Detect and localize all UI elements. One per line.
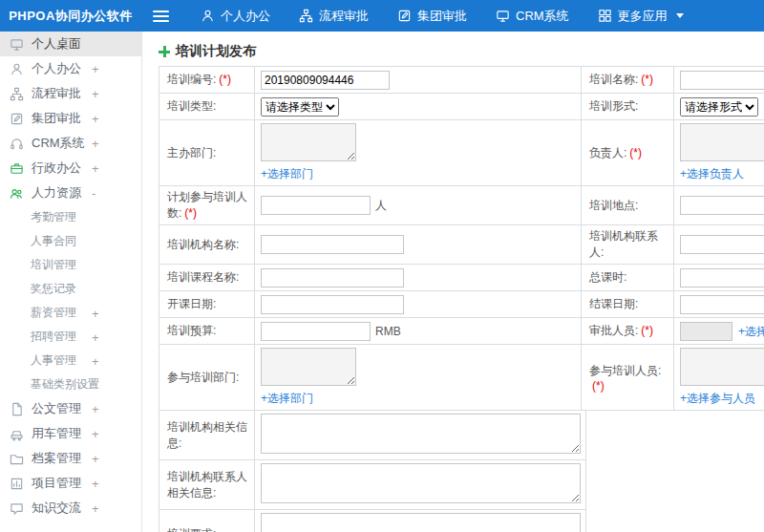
select-leader-link[interactable]: +选择负责人 xyxy=(680,166,744,182)
host-dept-textarea[interactable] xyxy=(261,123,356,161)
sidebar-item-project[interactable]: 项目管理 + xyxy=(0,471,141,496)
sidebar-item-documents[interactable]: 公文管理 + xyxy=(0,396,141,421)
sidebar-item-hr-contract[interactable]: 人事合同 xyxy=(0,229,141,253)
headset-icon xyxy=(10,137,24,151)
training-mode-select[interactable]: 请选择形式 xyxy=(680,97,758,117)
page-header: 培训计划发布 xyxy=(142,32,764,66)
sidebar-item-archive[interactable]: 档案管理 + xyxy=(0,446,141,471)
edit-icon xyxy=(397,9,412,23)
sidebar-item-knowledge[interactable]: 知识交流 + xyxy=(0,496,141,521)
menu-toggle-icon[interactable] xyxy=(153,11,169,22)
training-name-input[interactable] xyxy=(680,71,764,90)
sidebar-item-workflow-approval[interactable]: 流程审批 + xyxy=(0,81,141,106)
leader-textarea[interactable] xyxy=(680,123,764,161)
required-mark: (*) xyxy=(641,73,653,86)
org-name-input[interactable] xyxy=(261,235,404,254)
field-label: 结课日期: xyxy=(582,291,674,318)
approver-input[interactable] xyxy=(680,322,732,341)
topmenu-workflow-approval[interactable]: 流程审批 xyxy=(285,0,383,32)
expand-icon[interactable]: + xyxy=(92,161,99,176)
sidebar-item-personnel[interactable]: 人事管理 + xyxy=(0,349,141,372)
sidebar-item-attendance[interactable]: 考勤管理 xyxy=(0,205,141,229)
topmenu-label: 流程审批 xyxy=(319,8,369,25)
org-contact-input[interactable] xyxy=(680,235,764,254)
expand-icon[interactable]: + xyxy=(92,330,99,344)
sidebar-item-label: 考勤管理 xyxy=(31,209,76,225)
join-people-textarea[interactable] xyxy=(680,348,764,386)
topmenu-group-approval[interactable]: 集团审批 xyxy=(383,0,481,32)
sidebar-item-crm[interactable]: CRM系统 + xyxy=(0,131,141,156)
form-row: 培训预算: RMB 审批人员:(*) +选择审批人 xyxy=(159,318,764,345)
sidebar-item-label: 流程审批 xyxy=(32,85,81,102)
org-contact-info-textarea[interactable] xyxy=(261,463,581,503)
join-dept-textarea[interactable] xyxy=(261,348,356,386)
expand-icon[interactable]: + xyxy=(92,112,99,126)
form-row: 培训机构联系人相关信息: xyxy=(159,460,586,510)
expand-icon[interactable]: + xyxy=(92,306,99,320)
top-menu: 个人办公 流程审批 集团审批 CRM系统 更多应用 xyxy=(186,0,698,32)
training-number-input[interactable] xyxy=(261,71,390,90)
select-join-dept-link[interactable]: +选择部门 xyxy=(261,391,313,407)
participant-count-input[interactable] xyxy=(261,196,371,215)
expand-icon[interactable]: + xyxy=(92,402,99,416)
course-name-input[interactable] xyxy=(261,268,404,287)
sidebar-item-label: 奖惩记录 xyxy=(31,281,76,297)
org-info-textarea[interactable] xyxy=(261,414,581,454)
sidebar-item-hr[interactable]: 人力资源 - xyxy=(0,181,141,205)
select-dept-link[interactable]: +选择部门 xyxy=(261,166,313,182)
budget-input[interactable] xyxy=(261,322,371,341)
page-title: 培训计划发布 xyxy=(176,43,256,60)
topmenu-more-apps[interactable]: 更多应用 xyxy=(584,0,698,32)
unit-label: 人 xyxy=(375,199,387,212)
sidebar-item-label: 知识交流 xyxy=(32,500,81,517)
field-label: 参与培训部门: xyxy=(159,345,255,411)
sidebar-item-label: 行政办公 xyxy=(32,160,81,177)
expand-icon[interactable]: + xyxy=(92,62,99,76)
sidebar-item-base-category[interactable]: 基础类别设置 xyxy=(0,372,141,396)
sidebar-item-label: 公文管理 xyxy=(32,400,81,417)
chevron-down-icon xyxy=(676,13,684,18)
main-content: 培训计划发布 培训编号:(*) 培训名称:(*) 培训类型: 请选择类型 培训形… xyxy=(142,32,764,532)
form-row: 培训类型: 请选择类型 培训形式: 请选择形式 xyxy=(159,94,764,120)
field-label: 培训地点: xyxy=(582,186,674,225)
sidebar-item-recruit[interactable]: 招聘管理 + xyxy=(0,325,141,349)
sidebar-item-vehicle[interactable]: 用车管理 + xyxy=(0,421,141,446)
expand-icon[interactable]: + xyxy=(92,87,99,101)
expand-icon[interactable]: + xyxy=(92,137,99,151)
start-date-input[interactable] xyxy=(261,295,404,314)
training-type-select[interactable]: 请选择类型 xyxy=(261,97,339,117)
sidebar-item-group-approval[interactable]: 集团审批 + xyxy=(0,106,141,131)
sidebar-item-personal-office[interactable]: 个人办公 + xyxy=(0,56,141,81)
sidebar: 个人桌面 个人办公 + 流程审批 + 集团审批 + CRM系统 + 行政办公 +… xyxy=(0,32,142,532)
field-label: 培训要求: xyxy=(159,510,255,532)
sidebar-item-training[interactable]: 培训管理 xyxy=(0,253,141,277)
select-approver-link[interactable]: +选择审批人 xyxy=(738,324,764,340)
monitor-icon xyxy=(496,9,510,23)
expand-icon[interactable]: + xyxy=(92,427,99,441)
sidebar-item-rewards[interactable]: 奖惩记录 xyxy=(0,277,141,301)
sidebar-item-desktop[interactable]: 个人桌面 xyxy=(0,32,141,56)
topmenu-crm[interactable]: CRM系统 xyxy=(481,0,584,32)
training-place-input[interactable] xyxy=(680,196,764,215)
required-mark: (*) xyxy=(629,146,642,160)
expand-icon[interactable]: + xyxy=(92,501,99,516)
edit-icon xyxy=(10,112,24,126)
sidebar-item-salary[interactable]: 薪资管理 + xyxy=(0,301,141,325)
topmenu-personal-office[interactable]: 个人办公 xyxy=(186,0,285,32)
expand-icon[interactable]: + xyxy=(92,353,99,368)
sidebar-item-label: 基础类别设置 xyxy=(31,376,99,393)
requirement-textarea[interactable] xyxy=(261,513,581,532)
select-join-people-link[interactable]: +选择参与人员 xyxy=(680,391,755,407)
field-label: 负责人:(*) xyxy=(582,120,674,186)
total-hours-input[interactable] xyxy=(680,268,764,287)
field-label: 培训编号:(*) xyxy=(159,67,255,94)
briefcase-icon xyxy=(10,161,24,176)
form-row: 参与培训部门: +选择部门 参与培训人员:(*) +选择参与人员 xyxy=(159,345,764,411)
sidebar-item-admin-office[interactable]: 行政办公 + xyxy=(0,156,141,181)
sidebar-item-label: 档案管理 xyxy=(32,450,81,467)
end-date-input[interactable] xyxy=(680,295,764,314)
expand-icon[interactable]: + xyxy=(92,477,99,491)
sidebar-item-label: CRM系统 xyxy=(32,135,85,152)
expand-icon[interactable]: + xyxy=(92,452,99,466)
collapse-icon[interactable]: - xyxy=(92,186,96,201)
